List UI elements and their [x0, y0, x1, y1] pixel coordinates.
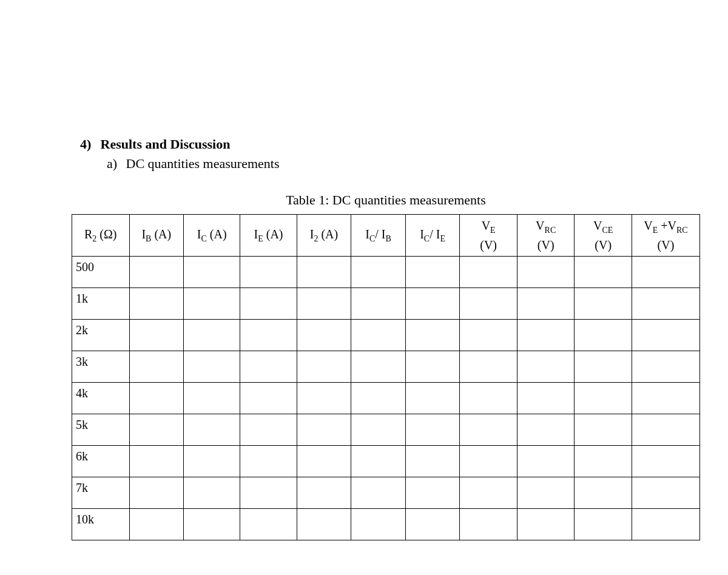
- table-cell: [405, 508, 460, 540]
- table-cell: [184, 319, 240, 351]
- table-cell: [460, 288, 517, 319]
- col-header-vce: VCE(V): [575, 215, 632, 257]
- table-cell: [460, 382, 517, 414]
- row-r2-value: 500: [72, 256, 130, 288]
- table-cell: [632, 351, 699, 382]
- table-cell: [184, 288, 240, 319]
- table-cell: [517, 445, 575, 477]
- subsection-title: DC quantities measurements: [126, 156, 280, 171]
- table-cell: [632, 445, 699, 477]
- table-cell: [575, 414, 632, 445]
- table-cell: [575, 319, 632, 351]
- table-cell: [240, 414, 297, 445]
- col-header-i2: I2 (A): [297, 215, 351, 257]
- table-cell: [517, 414, 575, 445]
- table-cell: [297, 288, 351, 319]
- table-cell: [184, 414, 240, 445]
- table-cell: [184, 382, 240, 414]
- table-cell: [632, 477, 699, 508]
- table-cell: [129, 477, 184, 508]
- table-cell: [297, 445, 351, 477]
- section-title: Results and Discussion: [101, 136, 231, 152]
- table-cell: [297, 319, 351, 351]
- table-cell: [632, 288, 699, 319]
- subsection-heading: a) DC quantities measurements: [107, 156, 704, 172]
- table-cell: [351, 351, 406, 382]
- row-r2-value: 5k: [72, 414, 130, 445]
- table-cell: [460, 445, 517, 477]
- table-cell: [297, 508, 351, 540]
- table-header-row: R2 (Ω) IB (A) IC (A) IE (A) I2 (A) IC/ I…: [72, 215, 700, 257]
- table-cell: [129, 256, 184, 288]
- table-cell: [351, 477, 406, 508]
- table-cell: [632, 414, 699, 445]
- table-cell: [405, 319, 460, 351]
- table-cell: [297, 414, 351, 445]
- table-cell: [575, 382, 632, 414]
- table-cell: [351, 445, 406, 477]
- table-cell: [575, 477, 632, 508]
- table-cell: [297, 256, 351, 288]
- table-cell: [632, 256, 699, 288]
- table-cell: [405, 382, 460, 414]
- table-cell: [351, 382, 406, 414]
- table-cell: [517, 288, 575, 319]
- table-cell: [129, 288, 184, 319]
- table-cell: [517, 477, 575, 508]
- table-cell: [575, 445, 632, 477]
- table-caption: Table 1: DC quantities measurements: [72, 192, 700, 208]
- section-number: 4): [80, 136, 97, 152]
- row-r2-value: 1k: [72, 288, 130, 319]
- table-cell: [405, 288, 460, 319]
- table-cell: [240, 288, 297, 319]
- table-cell: [405, 477, 460, 508]
- table-cell: [405, 414, 460, 445]
- dc-quantities-table: R2 (Ω) IB (A) IC (A) IE (A) I2 (A) IC/ I…: [72, 214, 700, 540]
- table-cell: [460, 477, 517, 508]
- table-cell: [129, 445, 184, 477]
- table-cell: [460, 256, 517, 288]
- table-cell: [632, 382, 699, 414]
- table-body: 5001k2k3k4k5k6k7k10k: [72, 256, 700, 540]
- col-header-ib: IB (A): [129, 215, 184, 257]
- table-cell: [575, 508, 632, 540]
- table-cell: [460, 508, 517, 540]
- table-cell: [297, 351, 351, 382]
- col-header-vrc: VRC(V): [517, 215, 575, 257]
- table-cell: [575, 288, 632, 319]
- row-r2-value: 6k: [72, 445, 130, 477]
- table-cell: [129, 351, 184, 382]
- table-cell: [184, 256, 240, 288]
- col-header-ic-ib: IC/ IB: [351, 215, 406, 257]
- col-header-ve: VE(V): [460, 215, 517, 257]
- section-heading: 4) Results and Discussion: [80, 136, 704, 152]
- table-cell: [240, 382, 297, 414]
- table-cell: [575, 351, 632, 382]
- table-cell: [351, 414, 406, 445]
- table-row: 6k: [72, 445, 700, 477]
- table-row: 5k: [72, 414, 700, 445]
- table-cell: [184, 351, 240, 382]
- table-cell: [184, 445, 240, 477]
- row-r2-value: 2k: [72, 319, 130, 351]
- table-row: 3k: [72, 351, 700, 382]
- row-r2-value: 3k: [72, 351, 130, 382]
- table-cell: [184, 477, 240, 508]
- table-cell: [351, 508, 406, 540]
- table-cell: [240, 445, 297, 477]
- table-cell: [517, 382, 575, 414]
- col-header-ie: IE (A): [240, 215, 297, 257]
- table-row: 4k: [72, 382, 700, 414]
- row-r2-value: 7k: [72, 477, 130, 508]
- table-row: 500: [72, 256, 700, 288]
- table-cell: [351, 256, 406, 288]
- col-header-r2: R2 (Ω): [72, 215, 130, 257]
- row-r2-value: 4k: [72, 382, 130, 414]
- table-cell: [240, 319, 297, 351]
- subsection-letter: a): [107, 156, 123, 172]
- table-cell: [240, 256, 297, 288]
- table-row: 7k: [72, 477, 700, 508]
- row-r2-value: 10k: [72, 508, 130, 540]
- table-cell: [129, 319, 184, 351]
- table-cell: [129, 508, 184, 540]
